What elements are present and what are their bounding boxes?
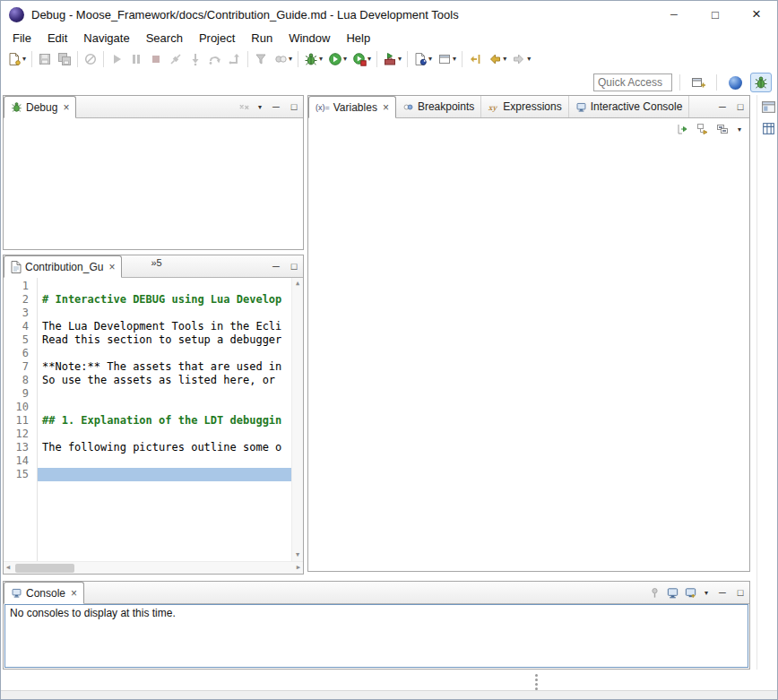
editor-line[interactable]: 12 (4, 428, 291, 441)
chevron-down-icon[interactable]: ▾ (398, 56, 402, 63)
use-step-filters-button[interactable] (251, 49, 271, 69)
editor-line[interactable]: 5Read this section to setup a debugger (4, 333, 291, 347)
resume-button[interactable] (107, 49, 126, 69)
run-button[interactable]: ▾ (325, 49, 350, 69)
tab-console[interactable]: Console × (4, 582, 84, 604)
chevron-down-icon[interactable]: ▾ (343, 56, 347, 63)
debug-perspective-button[interactable] (750, 73, 772, 92)
editor-line[interactable]: 3 (4, 307, 291, 320)
close-icon[interactable]: × (108, 262, 115, 272)
vertical-scrollbar[interactable]: ▲ ▼ (291, 278, 303, 561)
open-console-menu-icon[interactable]: ▾ (699, 582, 713, 603)
window-maximize-button[interactable]: □ (695, 1, 736, 28)
terminate-button[interactable] (146, 49, 166, 69)
show-type-names-button[interactable] (673, 119, 693, 139)
save-button[interactable] (35, 49, 55, 69)
trim-drag-handle[interactable] (535, 674, 538, 690)
coverage-button[interactable]: ▾ (350, 49, 374, 69)
close-icon[interactable]: × (71, 588, 77, 599)
editor-line[interactable]: 9 (4, 387, 291, 401)
minimize-view-button[interactable]: ─ (267, 96, 285, 117)
tab-expressions[interactable]: xy Expressions (481, 96, 568, 117)
view-menu-icon[interactable]: ▾ (253, 96, 267, 117)
editor-line[interactable]: 6 (4, 347, 291, 360)
maximize-view-button[interactable]: □ (731, 96, 749, 117)
window-minimize-button[interactable]: ─ (653, 1, 695, 28)
minimize-view-button[interactable]: ─ (713, 96, 731, 117)
chevron-down-icon[interactable]: ▾ (503, 56, 506, 63)
new-wizard-button[interactable]: ▾ (4, 49, 29, 69)
menu-search[interactable]: Search (138, 30, 191, 47)
variables-view-body[interactable] (308, 140, 749, 571)
menu-file[interactable]: File (4, 30, 39, 47)
chevron-down-icon[interactable]: ▾ (367, 56, 371, 63)
editor-line[interactable]: 15 (4, 468, 291, 481)
show-logical-structures-button[interactable] (693, 119, 713, 139)
minimize-view-button[interactable]: ─ (713, 582, 731, 603)
display-selected-console-button[interactable] (663, 582, 681, 603)
console-content[interactable]: No consoles to display at this time. (4, 604, 748, 668)
menu-project[interactable]: Project (191, 30, 243, 47)
maximize-view-button[interactable]: □ (285, 255, 303, 277)
external-tools-button[interactable]: ▾ (380, 49, 404, 69)
editor-line[interactable]: 7**Note:** The assets that are used in (4, 360, 291, 374)
editor-line[interactable]: 10 (4, 401, 291, 414)
editor-line[interactable]: 11## 1. Explanation of the LDT debuggin (4, 414, 291, 428)
chevron-down-icon[interactable]: ▾ (22, 56, 26, 63)
editor-body[interactable]: 12# Interactive DEBUG using Lua Develop3… (4, 278, 303, 574)
close-icon[interactable]: × (63, 102, 69, 113)
chevron-down-icon[interactable]: ▾ (289, 56, 292, 63)
window-close-button[interactable]: × (736, 1, 777, 28)
scroll-right-icon[interactable]: ▶ (294, 565, 303, 571)
horizontal-scrollbar[interactable]: ◀ ▶ (4, 561, 303, 574)
chevron-down-icon[interactable]: ▾ (453, 56, 456, 63)
maximize-view-button[interactable]: □ (731, 582, 749, 603)
menu-run[interactable]: Run (243, 30, 281, 47)
scroll-up-icon[interactable]: ▲ (296, 278, 299, 290)
forward-button[interactable]: ▾ (509, 49, 533, 69)
chevron-down-icon[interactable]: ▾ (319, 56, 323, 63)
debug-button[interactable]: ▾ (301, 49, 325, 69)
new-lua-file-button[interactable]: ▾ (411, 49, 435, 69)
ldt-perspective-button[interactable] (724, 73, 746, 92)
collapse-all-button[interactable] (713, 119, 732, 139)
pin-console-button[interactable] (645, 582, 663, 603)
open-element-button[interactable]: ▾ (435, 49, 459, 69)
tab-variables[interactable]: (x)= Variables × (308, 96, 396, 118)
tab-interactive-console[interactable]: Interactive Console (569, 96, 690, 117)
editor-line[interactable]: 13The following pictures outline some o (4, 441, 291, 454)
breakpoint-types-button[interactable]: ▾ (271, 49, 295, 69)
debug-view-body[interactable] (4, 118, 303, 249)
scrollbar-thumb[interactable] (15, 564, 74, 573)
close-icon[interactable]: × (383, 102, 389, 113)
quick-access-input[interactable] (593, 73, 672, 91)
minimized-view-grid-button[interactable] (758, 118, 778, 138)
disconnect-button[interactable] (166, 49, 186, 69)
editor-line[interactable]: 4The Lua Development Tools in the Ecli (4, 320, 291, 333)
menu-help[interactable]: Help (338, 30, 378, 47)
chevron-down-icon[interactable]: ▾ (527, 56, 531, 63)
editor-line[interactable]: 2# Interactive DEBUG using Lua Develop (4, 293, 291, 307)
menu-navigate[interactable]: Navigate (75, 30, 137, 47)
tab-contribution-guide[interactable]: Contribution_Gu × (4, 255, 122, 278)
suspend-button[interactable] (126, 49, 146, 69)
editor-line[interactable]: 1 (4, 280, 291, 293)
chevron-down-icon[interactable]: ▾ (428, 56, 432, 63)
restore-minimized-view-button[interactable] (758, 97, 778, 117)
remove-all-terminated-button[interactable] (235, 96, 253, 117)
tab-overflow-chevron[interactable]: »5 (145, 255, 167, 277)
tab-debug[interactable]: Debug × (4, 96, 76, 118)
editor-line[interactable]: 8So use the assets as listed here, or (4, 374, 291, 387)
step-into-button[interactable] (186, 49, 205, 69)
tab-breakpoints[interactable]: Breakpoints (396, 96, 481, 117)
open-perspective-button[interactable] (687, 73, 709, 92)
last-edit-location-button[interactable] (465, 49, 485, 69)
skip-all-breakpoints-button[interactable] (81, 49, 100, 69)
menu-window[interactable]: Window (281, 30, 338, 47)
scroll-down-icon[interactable]: ▼ (296, 549, 299, 561)
open-console-button[interactable] (681, 582, 699, 603)
maximize-view-button[interactable]: □ (285, 96, 303, 117)
minimize-view-button[interactable]: ─ (267, 255, 285, 277)
back-button[interactable]: ▾ (485, 49, 509, 69)
step-over-button[interactable] (205, 49, 225, 69)
